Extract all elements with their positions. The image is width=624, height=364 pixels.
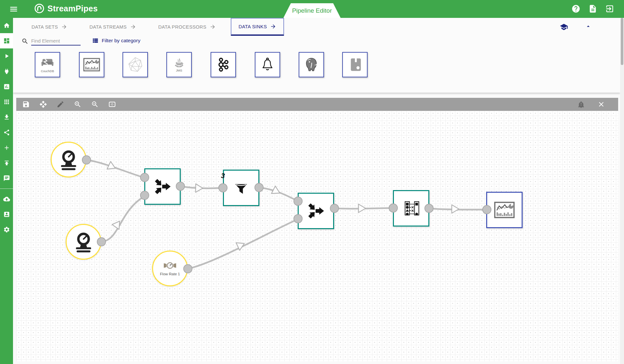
tab-label: DATA PROCESSORS (158, 24, 206, 30)
port-merge2-out[interactable] (330, 204, 339, 213)
tab-label: DATA SINKS (239, 24, 267, 29)
collapse-panel-icon[interactable] (585, 23, 592, 30)
stream-node-flow-rate[interactable]: Flow Rate 1 (152, 251, 188, 286)
port-merge1-in-2[interactable] (140, 191, 149, 200)
sidebar-item-add[interactable] (0, 140, 13, 155)
element-dashboard-sink[interactable] (79, 52, 104, 77)
tab-data-sinks[interactable]: DATA SINKS (231, 18, 284, 36)
tab-data-sets[interactable]: DATA SETS (24, 18, 74, 36)
page-tab-pipeline-editor[interactable]: Pipeline Editor (283, 3, 341, 18)
edit-icon[interactable] (57, 100, 64, 108)
flow-rate-icon (163, 261, 176, 270)
stream-node-pressure-sensor-1[interactable] (51, 142, 86, 177)
port-field-selection-out[interactable] (424, 204, 434, 213)
port-merge1-out[interactable] (176, 182, 185, 191)
sidebar-item-play[interactable] (0, 48, 13, 64)
tab-data-streams[interactable]: DATA STREAMS (82, 18, 143, 36)
sidebar-item-measurements[interactable] (0, 79, 13, 94)
download-icon (3, 114, 10, 121)
streampipes-logo: StreamPipes (34, 3, 98, 14)
fit-view-icon[interactable] (108, 100, 116, 108)
port-filter-out[interactable] (254, 183, 264, 192)
canvas-toolbar (16, 98, 618, 111)
streampipes-app: StreamPipes Pipeline Editor (0, 0, 624, 364)
pipeline-canvas[interactable]: Flow Rate 1 (16, 111, 618, 361)
sink-node-dashboard[interactable] (486, 192, 523, 228)
menu-icon[interactable] (9, 5, 18, 14)
pipeline-notification-icon[interactable] (577, 100, 585, 108)
merge-icon (153, 177, 172, 196)
find-element-input[interactable] (31, 36, 81, 46)
tab-label: DATA STREAMS (89, 24, 127, 30)
pan-icon[interactable] (39, 100, 47, 108)
arrow-forward-icon (61, 24, 67, 30)
element-kafka[interactable] (211, 52, 236, 77)
element-notification[interactable] (255, 52, 280, 77)
element-rabbitmq[interactable] (342, 52, 368, 77)
port-dashboard-in[interactable] (482, 205, 491, 214)
processor-node-merge-2[interactable] (298, 193, 334, 229)
element-postgresql[interactable] (299, 52, 324, 77)
processor-node-filter[interactable] (223, 170, 259, 206)
port-sensor1-out[interactable] (82, 155, 91, 164)
topbar-actions (571, 4, 614, 13)
clear-canvas-icon[interactable] (597, 100, 605, 108)
postgresql-elephant-icon (304, 57, 319, 72)
processor-node-merge-1[interactable] (144, 168, 181, 205)
port-flowrate-out[interactable] (183, 264, 192, 273)
arrow-forward-icon (130, 24, 136, 30)
top-bar: StreamPipes Pipeline Editor (0, 0, 624, 18)
school-icon[interactable] (560, 23, 568, 31)
palette-search-row: Filter by category (13, 36, 620, 49)
sidebar-item-cloud-download[interactable] (0, 191, 13, 207)
port-field-selection-in[interactable] (389, 203, 398, 213)
page-tab-label: Pipeline Editor (292, 7, 332, 14)
bar-chart-icon (3, 83, 10, 90)
sidebar-item-share[interactable] (0, 125, 13, 140)
pressure-gauge-icon (58, 149, 80, 171)
processor-node-field-selection[interactable] (393, 190, 429, 227)
port-filter-in[interactable] (218, 183, 228, 192)
tile-label: JMS (176, 69, 182, 72)
scrollbar-thumb[interactable] (621, 18, 623, 65)
share-icon (3, 129, 10, 136)
sidebar-item-profile[interactable] (0, 207, 13, 222)
funnel-icon (232, 179, 250, 197)
documentation-icon[interactable] (588, 4, 597, 13)
rabbitmq-icon (347, 57, 362, 72)
tab-data-processors[interactable]: DATA PROCESSORS (151, 18, 223, 36)
dashboard-icon (3, 37, 10, 44)
port-merge1-in-1[interactable] (140, 173, 149, 182)
filter-by-category-button[interactable]: Filter by category (92, 37, 140, 44)
sidebar-item-home[interactable] (0, 18, 13, 33)
logout-icon[interactable] (605, 4, 614, 13)
element-3d-geometry[interactable] (123, 52, 148, 77)
sidebar-item-upload[interactable] (0, 155, 13, 171)
element-palette-panel: DATA SETS DATA STREAMS DATA PROCESSORS D… (13, 18, 620, 93)
plus-icon (3, 144, 10, 151)
port-sensor2-out[interactable] (97, 237, 106, 246)
help-icon[interactable] (571, 4, 580, 13)
sidebar-item-apps[interactable] (0, 94, 13, 110)
upload-icon (3, 160, 10, 166)
port-merge2-in-2[interactable] (293, 214, 303, 223)
apps-grid-icon (3, 98, 10, 105)
save-icon[interactable] (22, 100, 30, 108)
stream-node-pressure-sensor-2[interactable] (66, 224, 101, 260)
element-couchdb[interactable]: CouchDB (35, 52, 60, 77)
element-jms[interactable]: JMS (166, 52, 192, 77)
pressure-gauge-icon (72, 231, 95, 253)
port-merge2-in-1[interactable] (293, 197, 303, 206)
sidebar-item-pipeline-editor[interactable] (0, 33, 13, 48)
play-icon (3, 53, 10, 59)
sidebar-item-notifications[interactable] (0, 171, 13, 186)
tab-label: DATA SETS (32, 24, 58, 30)
zoom-in-icon[interactable] (74, 100, 82, 108)
dashboard-chart-icon (83, 58, 100, 72)
kafka-icon (215, 57, 231, 72)
sidebar-item-settings[interactable] (0, 222, 13, 237)
sidebar-item-connect[interactable] (0, 64, 13, 79)
sidebar-item-download[interactable] (0, 110, 13, 125)
polyhedron-icon (127, 57, 143, 73)
zoom-out-icon[interactable] (91, 100, 99, 108)
